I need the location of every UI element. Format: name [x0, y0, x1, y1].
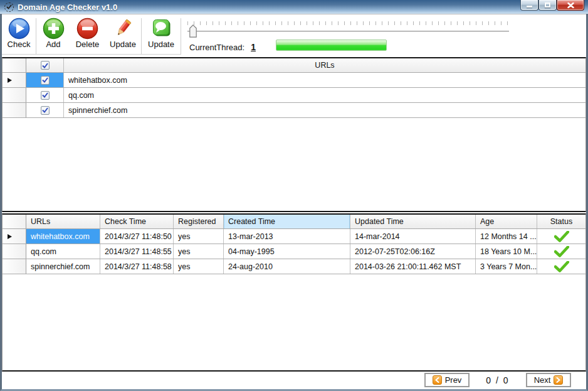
- result-check-time-cell[interactable]: 2014/3/27 11:48:58: [100, 259, 174, 274]
- column-header-age[interactable]: Age: [476, 215, 537, 228]
- row-selector-header: [3, 215, 26, 228]
- result-url-cell[interactable]: whitehatbox.com: [26, 229, 100, 244]
- result-row[interactable]: whitehatbox.com 2014/3/27 11:48:50 yes 1…: [3, 229, 585, 244]
- result-url-cell[interactable]: qq.com: [26, 244, 100, 259]
- row-selector-cell[interactable]: [3, 259, 26, 274]
- minimize-button[interactable]: [520, 0, 538, 11]
- column-header-updated-time[interactable]: Updated Time: [350, 215, 476, 228]
- chat-bubble-icon: [150, 17, 172, 40]
- result-updated-cell[interactable]: 14-mar-2014: [350, 229, 476, 244]
- result-status-cell[interactable]: [537, 259, 585, 274]
- minus-icon: [76, 17, 99, 40]
- toolbar: Check Add: [2, 14, 586, 57]
- url-cell[interactable]: spinnerchief.com: [64, 103, 585, 117]
- update-edit-button[interactable]: Update: [105, 17, 141, 53]
- result-registered-cell[interactable]: yes: [174, 244, 224, 259]
- thread-slider-track[interactable]: [187, 31, 509, 33]
- row-selector-cell[interactable]: [3, 244, 26, 259]
- client-area: Check Add: [2, 14, 586, 389]
- app-logo-icon: [4, 3, 14, 12]
- window-title: Domain Age Checker v1.0: [18, 3, 117, 12]
- add-button-label: Add: [46, 40, 60, 49]
- row-selector-cell[interactable]: [3, 229, 26, 244]
- result-registered-cell[interactable]: yes: [174, 259, 224, 274]
- result-created-cell[interactable]: 13-mar-2013: [224, 229, 350, 244]
- result-check-time-cell[interactable]: 2014/3/27 11:48:55: [100, 244, 174, 259]
- toolbar-separator: [181, 18, 181, 55]
- result-updated-cell[interactable]: 2014-03-26 21:00:11.462 MST: [350, 259, 476, 274]
- pencil-icon: [112, 17, 134, 40]
- result-updated-cell[interactable]: 2012-07-25T02:06:16Z: [350, 244, 476, 259]
- select-all-checkbox[interactable]: [41, 61, 50, 70]
- result-created-cell[interactable]: 04-may-1995: [224, 244, 350, 259]
- url-checkbox[interactable]: [41, 106, 50, 115]
- update-chat-button[interactable]: Update: [142, 17, 181, 53]
- url-table-header: URLs: [3, 58, 585, 73]
- maximize-button[interactable]: [538, 0, 557, 11]
- pagination-bar: Prev 0 / 0 Next: [2, 372, 586, 389]
- status-ok-check-icon: [554, 231, 569, 242]
- check-button-label: Check: [8, 40, 31, 49]
- url-table: URLs whitehatbox.com qq.com: [2, 57, 586, 212]
- current-thread: CurrentThread:1: [189, 42, 256, 52]
- check-icon: [42, 63, 48, 68]
- close-button[interactable]: [557, 0, 584, 11]
- minimize-icon: [527, 6, 532, 8]
- select-all-cell[interactable]: [26, 58, 64, 72]
- total-pages: 0: [503, 375, 510, 385]
- column-header-registered[interactable]: Registered: [174, 215, 224, 228]
- page-separator: /: [496, 375, 500, 385]
- titlebar[interactable]: Domain Age Checker v1.0: [0, 0, 588, 14]
- result-status-cell[interactable]: [537, 229, 585, 244]
- result-check-time-cell[interactable]: 2014/3/27 11:48:50: [100, 229, 174, 244]
- url-checkbox[interactable]: [41, 91, 50, 100]
- url-cell[interactable]: whitehatbox.com: [64, 73, 585, 87]
- update-edit-button-label: Update: [110, 40, 136, 49]
- next-button[interactable]: Next: [526, 373, 571, 387]
- result-row[interactable]: spinnerchief.com 2014/3/27 11:48:58 yes …: [3, 259, 585, 274]
- url-checkbox-cell[interactable]: [26, 73, 64, 87]
- prev-button[interactable]: Prev: [424, 373, 470, 387]
- progress-bar: [276, 40, 387, 51]
- url-checkbox-cell[interactable]: [26, 88, 64, 102]
- result-age-cell[interactable]: 3 Years 7 Mon...: [476, 259, 537, 274]
- check-button[interactable]: Check: [2, 17, 36, 53]
- url-row[interactable]: whitehatbox.com: [3, 73, 585, 88]
- chevron-right-icon: [554, 375, 563, 385]
- check-icon: [42, 77, 48, 83]
- url-row[interactable]: qq.com: [3, 88, 585, 103]
- current-row-arrow-icon: [8, 78, 12, 83]
- url-checkbox-cell[interactable]: [26, 103, 64, 117]
- result-age-cell[interactable]: 18 Years 10 M...: [476, 244, 537, 259]
- page-indicator: 0 / 0: [470, 375, 526, 385]
- close-icon: [567, 3, 574, 8]
- thread-slider-ticks: [187, 21, 509, 25]
- result-registered-cell[interactable]: yes: [174, 229, 224, 244]
- add-button[interactable]: Add: [36, 17, 70, 53]
- column-header-urls[interactable]: URLs: [26, 215, 100, 228]
- column-header-status[interactable]: Status: [537, 215, 585, 228]
- result-status-cell[interactable]: [537, 244, 585, 259]
- url-checkbox[interactable]: [41, 76, 50, 85]
- row-selector-cell[interactable]: [3, 88, 26, 102]
- url-row[interactable]: spinnerchief.com: [3, 103, 585, 118]
- row-selector-cell[interactable]: [3, 73, 26, 87]
- thread-slider-thumb[interactable]: [189, 24, 197, 38]
- url-cell[interactable]: qq.com: [64, 88, 585, 102]
- current-thread-value: 1: [251, 42, 256, 52]
- current-row-arrow-icon: [8, 234, 12, 239]
- url-column-header[interactable]: URLs: [64, 58, 585, 72]
- delete-button[interactable]: Delete: [70, 17, 105, 53]
- result-created-cell[interactable]: 24-aug-2010: [224, 259, 350, 274]
- row-selector-cell[interactable]: [3, 103, 26, 117]
- result-row[interactable]: qq.com 2014/3/27 11:48:55 yes 04-may-199…: [3, 244, 585, 259]
- result-url-cell[interactable]: spinnerchief.com: [26, 259, 100, 274]
- column-header-created-time[interactable]: Created Time: [224, 215, 350, 228]
- result-age-cell[interactable]: 12 Months 14 ...: [476, 229, 537, 244]
- column-header-check-time[interactable]: Check Time: [100, 215, 174, 228]
- row-selector-header: [3, 58, 26, 72]
- results-table: URLs Check Time Registered Created Time …: [2, 213, 586, 372]
- chevron-left-icon: [433, 375, 442, 385]
- check-icon: [42, 92, 48, 98]
- play-icon: [8, 17, 30, 40]
